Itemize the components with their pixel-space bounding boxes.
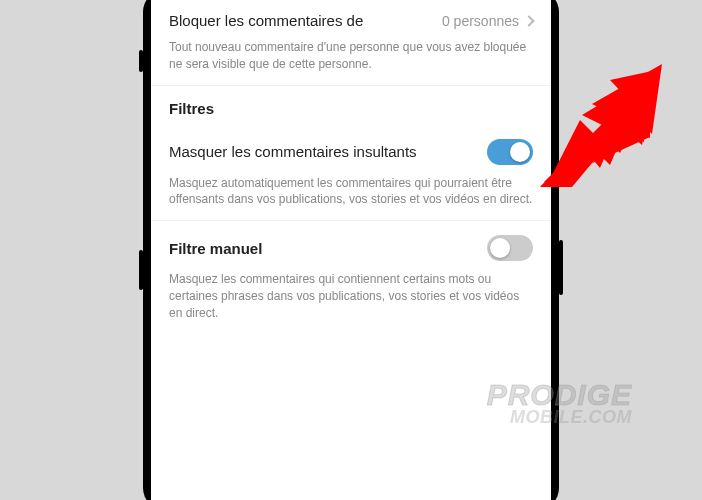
toggle-knob bbox=[490, 238, 510, 258]
toggle-knob bbox=[510, 142, 530, 162]
svg-marker-5 bbox=[544, 64, 662, 182]
filters-header: Filtres bbox=[151, 86, 551, 125]
phone-button-notch bbox=[139, 50, 143, 72]
hide-offensive-row: Masquer les commentaires insultants bbox=[169, 139, 533, 165]
manual-filter-title: Filtre manuel bbox=[169, 240, 262, 257]
block-comments-count: 0 personnes bbox=[442, 13, 519, 29]
manual-filter-row: Filtre manuel bbox=[169, 235, 533, 261]
block-comments-row[interactable]: Bloquer les commentaires de 0 personnes bbox=[169, 12, 533, 29]
block-comments-section: Bloquer les commentaires de 0 personnes … bbox=[151, 0, 551, 85]
block-comments-description: Tout nouveau commentaire d'une personne … bbox=[169, 39, 533, 73]
chevron-right-icon bbox=[523, 15, 534, 26]
hide-offensive-section: Masquer les commentaires insultants Masq… bbox=[151, 125, 551, 221]
phone-button-notch bbox=[139, 250, 143, 290]
manual-filter-toggle[interactable] bbox=[487, 235, 533, 261]
phone-screen: Bloquer les commentaires de 0 personnes … bbox=[151, 0, 551, 500]
phone-button-notch bbox=[559, 240, 563, 295]
hide-offensive-description: Masquez automatiquement les commentaires… bbox=[169, 175, 533, 209]
hide-offensive-title: Masquer les commentaires insultants bbox=[169, 143, 417, 160]
manual-filter-description: Masquez les commentaires qui contiennent… bbox=[169, 271, 533, 321]
block-comments-value-wrapper: 0 personnes bbox=[442, 13, 533, 29]
phone-frame: Bloquer les commentaires de 0 personnes … bbox=[143, 0, 559, 500]
manual-filter-section: Filtre manuel Masquez les commentaires q… bbox=[151, 221, 551, 333]
hide-offensive-toggle[interactable] bbox=[487, 139, 533, 165]
callout-arrow-icon bbox=[534, 62, 664, 192]
block-comments-title: Bloquer les commentaires de bbox=[169, 12, 363, 29]
